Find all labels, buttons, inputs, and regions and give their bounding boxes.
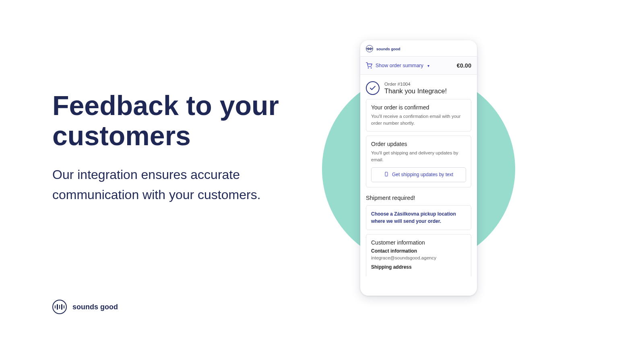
button-label: Get shipping updates by text [392,172,453,177]
chevron-down-icon: ▾ [427,64,429,68]
phone-app-header: sounds good [360,40,477,56]
svg-point-1 [371,68,372,68]
headline: Feedback to your customers [52,90,314,151]
pickup-instruction: Choose a Zásilkovna pickup location wher… [371,210,466,225]
pickup-location-card[interactable]: Choose a Zásilkovna pickup location wher… [366,205,471,230]
footer-brand-text: sounds good [72,303,118,311]
order-summary-toggle[interactable]: Show order summary ▾ €0.00 [360,57,477,75]
svg-point-0 [368,68,368,68]
shipping-address-label: Shipping address [371,264,466,270]
marketing-slide: Feedback to your customers Our integrati… [0,0,644,362]
contact-email: integrace@soundsgood.agency [371,255,466,260]
phone-mockup: sounds good Show order summary ▾ €0.00 [360,40,477,296]
card-title: Your order is confirmed [371,104,466,111]
card-title: Customer information [371,239,466,246]
contact-info-label: Contact information [371,248,466,254]
order-summary-label: Show order summary [376,63,423,68]
shipment-required-heading: Shipment required! [366,191,471,205]
soundsgood-logo-icon [366,45,373,52]
order-total: €0.00 [457,62,471,69]
checkmark-icon [366,81,380,95]
card-body: You'll receive a confirmation email with… [371,113,466,126]
footer-brand: sounds good [52,300,118,314]
app-brand-text: sounds good [376,47,400,51]
thank-you-text: Thank you Integrace! [384,87,447,95]
get-text-updates-button[interactable]: Get shipping updates by text [371,167,466,182]
soundsgood-logo-icon [52,300,67,314]
thank-you-header: Order #1004 Thank you Integrace! [366,79,471,99]
subheadline: Our integration ensures accurate communi… [52,165,326,205]
order-confirmed-card: Your order is confirmed You'll receive a… [366,99,471,132]
card-body: You'll get shipping and delivery updates… [371,150,466,163]
customer-info-card: Customer information Contact information… [366,234,471,276]
order-updates-card: Order updates You'll get shipping and de… [366,136,471,187]
cart-icon [366,62,372,69]
card-title: Order updates [371,141,466,147]
phone-icon [384,172,389,178]
order-number: Order #1004 [384,82,447,86]
